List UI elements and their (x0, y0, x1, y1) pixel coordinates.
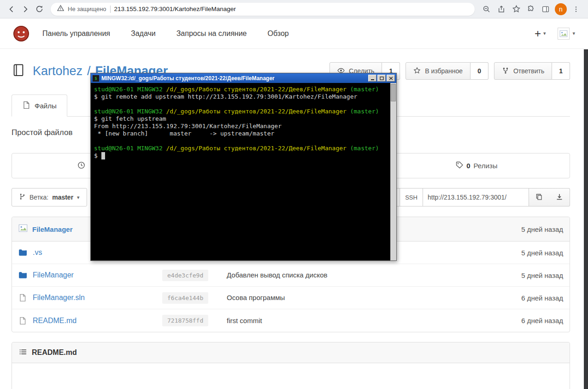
star-label: В избранное (425, 67, 463, 75)
branch-selector[interactable]: Ветка: master ▾ (12, 188, 87, 206)
terminal-titlebar[interactable]: $ MINGW32:/d/_gogs/Работы студентов/2021… (91, 73, 396, 83)
gogs-logo[interactable] (13, 25, 29, 42)
clone-url-input[interactable] (423, 188, 529, 206)
nav-item[interactable]: Задачи (131, 29, 156, 38)
close-icon[interactable] (387, 75, 395, 82)
branch-label: Ветка: (29, 194, 48, 201)
terminal-line: $ git remote add upstream http://213.155… (94, 93, 389, 100)
back-icon[interactable] (5, 2, 18, 16)
repo-owner-link[interactable]: Kartohez (33, 64, 82, 78)
terminal-line: $ git fetch upstream (94, 115, 389, 123)
commit-message-link[interactable]: Добавлен вывод списка дисков (227, 271, 328, 279)
navbar-right: + ▾ ▾ (535, 28, 575, 40)
share-icon[interactable] (494, 2, 509, 16)
file-link[interactable]: FileManager (33, 271, 74, 279)
star-button[interactable]: В избранное (406, 62, 470, 80)
folder-icon (18, 248, 27, 257)
terminal-line (94, 137, 389, 145)
folder-icon (18, 271, 27, 279)
tab-files[interactable]: Файлы (12, 94, 67, 117)
list-icon (19, 348, 27, 358)
file-row: FileManager.slnf6ca4e144bОсова программы… (12, 287, 570, 309)
terminal-line: From http://213.155.192.79:3001/Kartohez… (94, 123, 389, 130)
mintty-icon: $ (93, 75, 99, 82)
user-avatar (558, 28, 570, 40)
copy-icon (535, 193, 543, 202)
branch-name: master (52, 194, 73, 201)
nav-item[interactable]: Обзор (267, 29, 288, 38)
releases-count: 0 (466, 162, 470, 170)
file-age: 6 дней назад (521, 317, 563, 324)
terminal-title: MINGW32:/d/_gogs/Работы студентов/2021-2… (101, 75, 367, 82)
new-repo-menu[interactable]: + ▾ (535, 29, 546, 38)
security-label: Не защищено (68, 6, 106, 12)
tag-icon (456, 161, 463, 170)
minimize-icon[interactable] (368, 75, 376, 82)
readme-header: README.md (12, 342, 570, 363)
refresh-icon[interactable] (32, 2, 46, 16)
maximize-icon[interactable] (377, 75, 386, 82)
file-link[interactable]: .vs (33, 248, 42, 257)
file-link[interactable]: FileManager.sln (33, 294, 85, 302)
terminal-line (94, 100, 389, 108)
terminal-scrollbar[interactable] (390, 83, 396, 260)
plus-icon: + (535, 29, 541, 38)
commit-hash-link[interactable]: f6ca4e144b (162, 292, 208, 304)
bookmark-star-icon[interactable] (509, 2, 523, 16)
browser-menu-icon[interactable] (569, 2, 583, 16)
terminal-line: * [new branch] master -> upstream/master (94, 130, 389, 137)
browser-toolbar: Не защищено 213.155.192.79:3001/Kartohez… (0, 0, 588, 18)
commit-hash-link[interactable]: e4de3cfe9d (162, 270, 208, 281)
file-icon (18, 294, 27, 302)
side-panel-icon[interactable] (538, 2, 553, 16)
chevron-down-icon: ▾ (543, 30, 546, 36)
fork-count[interactable]: 1 (552, 62, 570, 80)
nav-item[interactable]: Панель управления (42, 29, 110, 38)
chevron-down-icon: ▾ (77, 194, 80, 200)
branch-icon (19, 193, 26, 201)
extensions-icon[interactable] (523, 2, 538, 16)
zoom-icon[interactable] (479, 2, 494, 16)
tab-files-label: Файлы (35, 102, 57, 110)
commit-hash-link[interactable]: 7218758ffd (162, 315, 208, 326)
terminal-line: stud@N26-01 MINGW32 /d/_gogs/Работы студ… (94, 108, 389, 115)
omnibox-divider (110, 6, 111, 13)
commit-message-link[interactable]: Осова программы (227, 294, 285, 301)
terminal-window[interactable]: $ MINGW32:/d/_gogs/Работы студентов/2021… (90, 73, 397, 261)
terminal-body[interactable]: stud@N26-01 MINGW32 /d/_gogs/Работы студ… (91, 83, 396, 260)
forward-icon[interactable] (18, 2, 32, 16)
file-icon (18, 317, 27, 325)
fork-button[interactable]: Ответвить (494, 62, 552, 80)
clone-url-group: HTTP SSH (376, 188, 570, 206)
nav-item[interactable]: Запросы на слияние (176, 29, 247, 38)
main-nav: Панель управленияЗадачиЗапросы на слияни… (42, 29, 289, 38)
page-scrollbar[interactable] (584, 49, 588, 389)
stat-releases[interactable]: 0 Релизы (384, 153, 570, 178)
screen: Не защищено 213.155.192.79:3001/Kartohez… (0, 0, 588, 389)
address-bar[interactable]: Не защищено 213.155.192.79:3001/Kartohez… (51, 3, 475, 16)
terminal-scroll-thumb[interactable] (391, 84, 396, 101)
copy-url-button[interactable] (529, 188, 549, 206)
user-menu[interactable]: ▾ (558, 28, 575, 40)
terminal-line: $ (94, 152, 389, 159)
ssh-protocol-button[interactable]: SSH (400, 188, 423, 206)
latest-commit-age: 5 дней назад (521, 225, 563, 233)
readme-title: README.md (32, 348, 77, 357)
star-count[interactable]: 0 (470, 62, 488, 80)
file-link[interactable]: README.md (33, 317, 76, 325)
committer-avatar (18, 224, 28, 235)
commit-message-link[interactable]: first commit (227, 317, 262, 324)
file-row: FileManagere4de3cfe9dДобавлен вывод спис… (12, 264, 570, 287)
file-row: README.md7218758ffdfirst commit6 дней на… (12, 309, 570, 332)
star-group: В избранное 0 (406, 62, 488, 80)
fork-icon (502, 67, 509, 76)
terminal-line: stud@N26-01 MINGW32 /d/_gogs/Работы студ… (94, 145, 389, 152)
repository-icon (12, 63, 25, 79)
download-button[interactable] (549, 188, 570, 206)
repo-description: Простой файлов (12, 128, 72, 137)
terminal-line: stud@N26-01 MINGW32 /d/_gogs/Работы студ… (94, 86, 389, 93)
warning-icon (57, 5, 64, 13)
releases-label: Релизы (474, 162, 498, 170)
committer-link[interactable]: FileManager (32, 225, 73, 233)
profile-avatar[interactable]: n (555, 3, 567, 15)
